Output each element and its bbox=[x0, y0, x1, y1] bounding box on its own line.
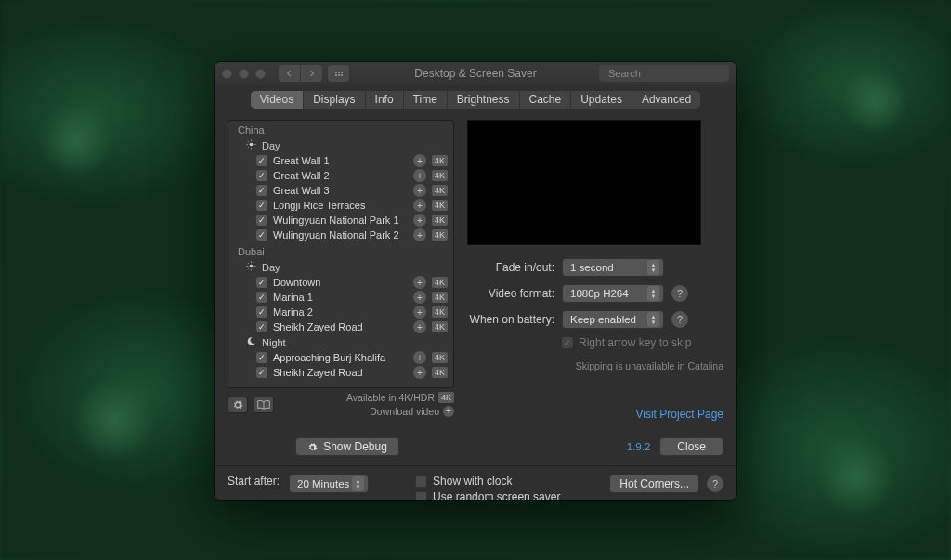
group-header: Dubai bbox=[228, 242, 453, 259]
tab-cache[interactable]: Cache bbox=[520, 91, 572, 109]
titlebar: Desktop & Screen Saver bbox=[215, 62, 736, 85]
tab-advanced[interactable]: Advanced bbox=[632, 91, 700, 109]
video-label: Marina 1 bbox=[273, 292, 408, 303]
tab-info[interactable]: Info bbox=[366, 91, 404, 109]
battery-help-button[interactable]: ? bbox=[671, 311, 688, 328]
quality-badge: 4K bbox=[432, 155, 448, 166]
video-label: Wulingyuan National Park 1 bbox=[273, 215, 408, 226]
quality-badge: 4K bbox=[432, 292, 448, 303]
video-checkbox[interactable]: ✓ bbox=[256, 170, 267, 181]
video-row[interactable]: ✓Longji Rice Terraces+4K bbox=[228, 198, 453, 213]
zoom-window-button[interactable] bbox=[255, 69, 266, 79]
add-video-button[interactable]: + bbox=[413, 154, 426, 167]
video-label: Great Wall 2 bbox=[273, 170, 408, 181]
download-plus-button[interactable]: + bbox=[443, 406, 454, 417]
quality-badge: 4K bbox=[432, 200, 448, 211]
hot-corners-button[interactable]: Hot Corners... bbox=[609, 475, 699, 493]
skip-checkbox: ✓ bbox=[562, 337, 573, 348]
moon-icon bbox=[245, 336, 256, 348]
video-checkbox[interactable]: ✓ bbox=[256, 155, 267, 166]
start-after-value: 20 Minutes bbox=[297, 478, 349, 489]
video-row[interactable]: ✓Great Wall 3+4K bbox=[228, 183, 453, 198]
svg-line-8 bbox=[254, 147, 254, 148]
start-after-dropdown[interactable]: 20 Minutes ▲▼ bbox=[289, 475, 369, 493]
tab-brightness[interactable]: Brightness bbox=[448, 91, 520, 109]
show-all-button[interactable] bbox=[328, 65, 349, 82]
skip-note: Skipping is unavailable in Catalina bbox=[467, 360, 723, 371]
video-checkbox[interactable]: ✓ bbox=[256, 367, 267, 378]
video-list[interactable]: ChinaDay✓Great Wall 1+4K✓Great Wall 2+4K… bbox=[228, 120, 454, 388]
format-value: 1080p H264 bbox=[570, 288, 629, 299]
video-row[interactable]: ✓Sheikh Zayed Road+4K bbox=[228, 319, 453, 334]
show-debug-button[interactable]: Show Debug bbox=[295, 437, 399, 456]
search-input[interactable] bbox=[608, 68, 736, 79]
skip-checkbox-label: Right arrow key to skip bbox=[579, 336, 691, 349]
tab-updates[interactable]: Updates bbox=[571, 91, 632, 109]
video-checkbox[interactable]: ✓ bbox=[256, 215, 267, 226]
tabs-segmented: VideosDisplaysInfoTimeBrightnessCacheUpd… bbox=[251, 91, 701, 109]
video-row[interactable]: ✓Sheikh Zayed Road+4K bbox=[228, 365, 453, 380]
video-checkbox[interactable]: ✓ bbox=[256, 352, 267, 363]
use-random-checkbox[interactable] bbox=[415, 491, 427, 500]
battery-dropdown[interactable]: Keep enabled ▲▼ bbox=[562, 310, 664, 329]
subgroup-header: Night bbox=[228, 334, 453, 350]
add-video-button[interactable]: + bbox=[413, 214, 426, 227]
quality-badge: 4K bbox=[432, 321, 448, 332]
forward-button[interactable] bbox=[301, 65, 322, 82]
add-video-button[interactable]: + bbox=[413, 184, 426, 197]
video-row[interactable]: ✓Marina 1+4K bbox=[228, 290, 453, 305]
settings-gear-button[interactable] bbox=[228, 397, 248, 413]
close-button[interactable]: Close bbox=[659, 437, 723, 456]
minimize-window-button[interactable] bbox=[239, 69, 249, 79]
video-label: Great Wall 3 bbox=[273, 185, 408, 196]
chevron-left-icon bbox=[286, 70, 293, 77]
tab-time[interactable]: Time bbox=[404, 91, 448, 109]
add-video-button[interactable]: + bbox=[413, 199, 426, 212]
add-video-button[interactable]: + bbox=[413, 276, 426, 289]
add-video-button[interactable]: + bbox=[413, 291, 426, 304]
grid-icon bbox=[335, 72, 343, 76]
video-row[interactable]: ✓Wulingyuan National Park 1+4K bbox=[228, 213, 453, 228]
tab-videos[interactable]: Videos bbox=[251, 91, 304, 109]
search-field[interactable] bbox=[599, 65, 729, 82]
video-checkbox[interactable]: ✓ bbox=[256, 277, 267, 288]
video-label: Marina 2 bbox=[273, 306, 408, 318]
tab-displays[interactable]: Displays bbox=[304, 91, 365, 109]
back-button[interactable] bbox=[279, 65, 300, 82]
add-video-button[interactable]: + bbox=[413, 169, 426, 182]
video-row[interactable]: ✓Marina 2+4K bbox=[228, 305, 453, 319]
fade-dropdown[interactable]: 1 second ▲▼ bbox=[562, 258, 664, 277]
add-video-button[interactable]: + bbox=[413, 351, 426, 364]
video-row[interactable]: ✓Great Wall 2+4K bbox=[228, 168, 453, 183]
format-help-button[interactable]: ? bbox=[671, 285, 688, 302]
format-dropdown[interactable]: 1080p H264 ▲▼ bbox=[562, 284, 664, 303]
video-preview bbox=[467, 120, 701, 245]
book-button[interactable] bbox=[254, 397, 274, 413]
chevron-right-icon bbox=[308, 70, 316, 77]
video-row[interactable]: ✓Approaching Burj Khalifa+4K bbox=[228, 350, 453, 365]
svg-point-2 bbox=[249, 143, 253, 147]
add-video-button[interactable]: + bbox=[413, 320, 426, 333]
video-row[interactable]: ✓Wulingyuan National Park 2+4K bbox=[228, 228, 453, 242]
help-button[interactable]: ? bbox=[707, 475, 723, 492]
battery-label: When on battery: bbox=[467, 313, 554, 326]
show-with-clock-checkbox[interactable] bbox=[415, 475, 427, 488]
tabs-bar: VideosDisplaysInfoTimeBrightnessCacheUpd… bbox=[215, 85, 736, 113]
video-checkbox[interactable]: ✓ bbox=[256, 200, 267, 211]
add-video-button[interactable]: + bbox=[413, 366, 426, 379]
add-video-button[interactable]: + bbox=[413, 306, 426, 319]
sun-icon bbox=[245, 261, 256, 273]
video-checkbox[interactable]: ✓ bbox=[256, 306, 267, 318]
video-checkbox[interactable]: ✓ bbox=[256, 185, 267, 196]
sun-icon bbox=[245, 139, 256, 151]
video-row[interactable]: ✓Great Wall 1+4K bbox=[228, 153, 453, 168]
add-video-button[interactable]: + bbox=[413, 228, 426, 241]
quality-badge: 4K bbox=[438, 392, 454, 403]
close-window-button[interactable] bbox=[222, 69, 232, 79]
video-checkbox[interactable]: ✓ bbox=[256, 292, 267, 303]
video-checkbox[interactable]: ✓ bbox=[256, 321, 267, 332]
available-quality-label: Available in 4K/HDR bbox=[346, 391, 435, 405]
visit-project-link[interactable]: Visit Project Page bbox=[467, 408, 723, 421]
video-row[interactable]: ✓Downtown+4K bbox=[228, 275, 453, 290]
video-checkbox[interactable]: ✓ bbox=[256, 229, 267, 241]
